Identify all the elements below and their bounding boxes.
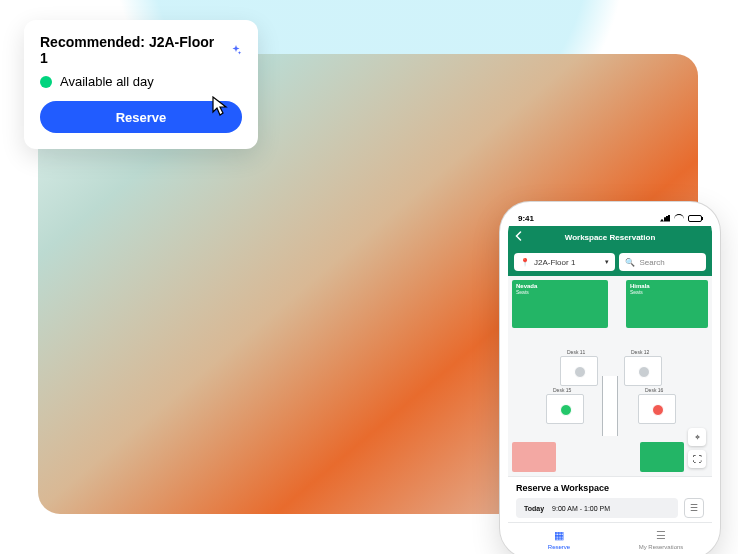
reco-title: Recommended: J2A-Floor 1 xyxy=(40,34,224,66)
fullscreen-button[interactable]: ⛶ xyxy=(688,450,706,468)
zone-available[interactable] xyxy=(640,442,684,472)
reserve-heading: Reserve a Workspace xyxy=(516,483,704,493)
sparkle-icon xyxy=(230,44,242,56)
statusbar-right xyxy=(660,214,702,222)
reco-title-row: Recommended: J2A-Floor 1 xyxy=(40,34,242,66)
tab-reserve-label: Reserve xyxy=(548,544,570,550)
calendar-icon: ▦ xyxy=(554,529,564,542)
desk-15[interactable]: Desk 15 xyxy=(546,394,584,424)
desk-16-status-icon xyxy=(652,404,664,416)
room-nevada-sub: Seats xyxy=(516,289,604,295)
locate-icon: ⌖ xyxy=(695,432,700,443)
desk-12-status-icon xyxy=(638,366,650,378)
availability-row: Available all day xyxy=(40,74,242,89)
desk-11-label: Desk 11 xyxy=(567,349,585,355)
location-selector[interactable]: 📍 J2A-Floor 1 ▾ xyxy=(514,253,615,271)
topbar-title: Workspace Reservation xyxy=(565,233,656,242)
desk-16-label: Desk 16 xyxy=(645,387,663,393)
desk-12[interactable]: Desk 12 xyxy=(624,356,662,386)
wifi-icon xyxy=(674,214,684,222)
signal-icon xyxy=(660,215,670,222)
availability-dot-icon xyxy=(40,76,52,88)
desk-16[interactable]: Desk 16 xyxy=(638,394,676,424)
desk-11-status-icon xyxy=(574,366,586,378)
time-today: Today xyxy=(524,505,544,512)
pin-icon: 📍 xyxy=(520,258,530,267)
search-row: 📍 J2A-Floor 1 ▾ 🔍 Search xyxy=(508,248,712,276)
room-himalaya[interactable]: Himala Seats xyxy=(626,280,708,328)
app-topbar: Workspace Reservation xyxy=(508,226,712,248)
locate-button[interactable]: ⌖ xyxy=(688,428,706,446)
dropdown-icon: ▾ xyxy=(605,258,609,266)
cursor-icon xyxy=(212,96,228,116)
back-icon[interactable] xyxy=(514,231,524,243)
desk-11[interactable]: Desk 11 xyxy=(560,356,598,386)
tab-reserve[interactable]: ▦ Reserve xyxy=(508,523,610,550)
time-selector[interactable]: Today 9:00 AM - 1:00 PM xyxy=(516,498,678,518)
phone-mockup: 9:41 Workspace Reservation 📍 J2A-Floor 1… xyxy=(500,202,720,554)
time-range: 9:00 AM - 1:00 PM xyxy=(552,505,610,512)
statusbar-time: 9:41 xyxy=(518,214,534,223)
filter-icon: ☰ xyxy=(690,503,698,513)
search-input[interactable]: 🔍 Search xyxy=(619,253,706,271)
location-value: J2A-Floor 1 xyxy=(534,258,575,267)
zone-unavailable[interactable] xyxy=(512,442,556,472)
desk-15-label: Desk 15 xyxy=(553,387,571,393)
reserve-panel: Reserve a Workspace Today 9:00 AM - 1:00… xyxy=(508,476,712,522)
room-nevada[interactable]: Nevada Seats xyxy=(512,280,608,328)
availability-label: Available all day xyxy=(60,74,154,89)
battery-icon xyxy=(688,215,702,222)
tab-bar: ▦ Reserve ☰ My Reservations xyxy=(508,522,712,550)
room-himalaya-sub: Seats xyxy=(630,289,704,295)
corridor xyxy=(602,376,618,436)
recommendation-card: Recommended: J2A-Floor 1 Available all d… xyxy=(24,20,258,149)
tab-my-reservations[interactable]: ☰ My Reservations xyxy=(610,523,712,550)
desk-12-label: Desk 12 xyxy=(631,349,649,355)
filter-button[interactable]: ☰ xyxy=(684,498,704,518)
floor-map[interactable]: Nevada Seats Himala Seats Desk 11 Desk 1… xyxy=(508,276,712,476)
tab-my-label: My Reservations xyxy=(639,544,684,550)
desk-15-status-icon xyxy=(560,404,572,416)
search-icon: 🔍 xyxy=(625,258,635,267)
search-placeholder: Search xyxy=(639,258,664,267)
phone-statusbar: 9:41 xyxy=(508,210,712,226)
list-icon: ☰ xyxy=(656,529,666,542)
fullscreen-icon: ⛶ xyxy=(693,454,702,464)
time-row: Today 9:00 AM - 1:00 PM ☰ xyxy=(516,498,704,518)
